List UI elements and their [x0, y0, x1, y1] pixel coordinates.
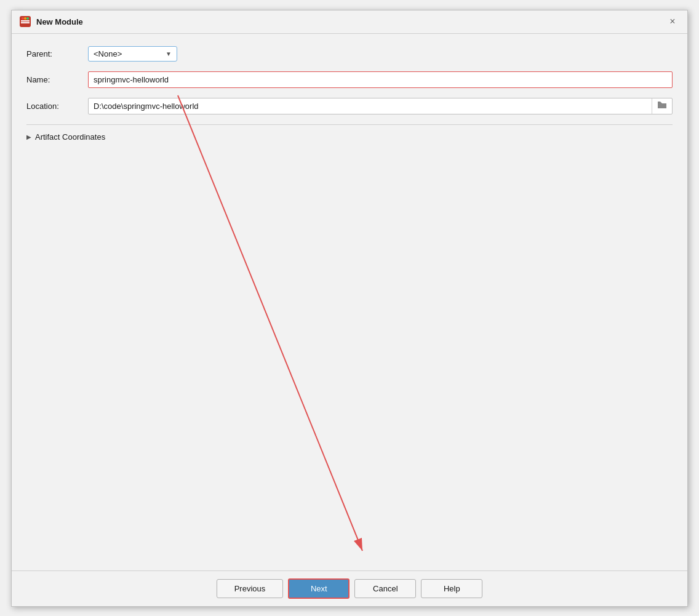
svg-rect-2: [21, 22, 30, 23]
svg-point-4: [24, 17, 26, 20]
location-row: Location:: [26, 98, 673, 114]
location-input[interactable]: [89, 98, 652, 114]
previous-button[interactable]: Previous: [217, 579, 284, 598]
location-control-area: [88, 98, 673, 114]
parent-dropdown-text: <None>: [94, 49, 122, 58]
parent-label: Parent:: [26, 49, 88, 58]
parent-control-area: <None> ▼: [88, 46, 673, 62]
parent-row: Parent: <None> ▼: [26, 46, 673, 62]
browse-folder-button[interactable]: [652, 98, 672, 114]
cancel-button[interactable]: Cancel: [354, 579, 416, 598]
name-label: Name:: [26, 75, 88, 84]
help-button[interactable]: Help: [421, 579, 482, 598]
artifact-triangle-icon: ▶: [26, 134, 31, 140]
dropdown-arrow-icon: ▼: [166, 50, 172, 57]
title-bar-left: New Module: [19, 15, 83, 28]
dialog-footer: Previous Next Cancel Help: [12, 570, 687, 606]
location-label: Location:: [26, 102, 88, 111]
svg-rect-1: [21, 20, 30, 22]
app-icon: [19, 15, 31, 28]
name-input[interactable]: [88, 71, 673, 88]
close-button[interactable]: ×: [665, 14, 680, 29]
parent-dropdown[interactable]: <None> ▼: [88, 46, 177, 62]
svg-point-5: [26, 17, 29, 20]
artifact-header[interactable]: ▶ Artifact Coordinates: [26, 132, 673, 142]
dialog-title: New Module: [36, 17, 83, 26]
dialog-content: Parent: <None> ▼ Name: Location:: [12, 34, 687, 570]
artifact-label: Artifact Coordinates: [35, 132, 105, 142]
svg-line-7: [178, 95, 362, 551]
svg-point-3: [22, 17, 24, 20]
location-input-wrapper: [88, 98, 673, 114]
name-row: Name:: [26, 71, 673, 88]
next-button[interactable]: Next: [288, 578, 350, 599]
artifact-section: ▶ Artifact Coordinates: [26, 124, 673, 142]
title-bar: New Module ×: [12, 10, 687, 34]
name-control-area: [88, 71, 673, 88]
new-module-dialog: New Module × Parent: <None> ▼ Name: Loca…: [11, 10, 688, 607]
